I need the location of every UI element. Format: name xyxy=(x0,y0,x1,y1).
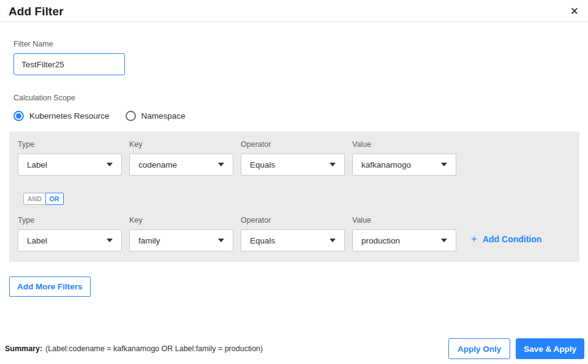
operator-column-label: Operator xyxy=(241,216,345,225)
key-select-value: codename xyxy=(138,160,177,169)
type-column-label: Type xyxy=(18,140,122,149)
key-column-label: Key xyxy=(129,216,233,225)
footer-buttons: Apply Only Save & Apply xyxy=(448,338,584,359)
radio-selected-icon xyxy=(13,111,24,121)
calculation-scope-section: Calculation Scope Kubernetes Resource Na… xyxy=(13,94,588,121)
operator-column-label: Operator xyxy=(241,140,345,149)
filter-name-input[interactable] xyxy=(13,53,125,75)
radio-unselected-icon xyxy=(126,111,136,121)
type-select[interactable]: Label xyxy=(18,154,122,176)
type-select-value: Label xyxy=(27,160,47,169)
summary: Summary:(Label:codename = kafkanamogo OR… xyxy=(5,344,263,353)
radio-namespace[interactable]: Namespace xyxy=(126,111,186,121)
add-condition-button[interactable]: + Add Condition xyxy=(471,233,541,245)
chevron-down-icon xyxy=(441,163,447,166)
dialog-footer: Summary:(Label:codename = kafkanamogo OR… xyxy=(5,338,584,359)
close-icon[interactable]: ✕ xyxy=(568,4,581,18)
operator-select[interactable]: Equals xyxy=(241,154,345,176)
chevron-down-icon xyxy=(218,163,224,166)
type-field-group: Type Label xyxy=(18,216,122,251)
type-column-label: Type xyxy=(18,216,122,225)
chevron-down-icon xyxy=(441,239,447,242)
condition-row-2: Type Label Key family Operator Equals Va… xyxy=(18,216,579,251)
calculation-scope-options: Kubernetes Resource Namespace xyxy=(13,111,588,121)
type-select[interactable]: Label xyxy=(18,229,122,251)
value-field-group: Value production xyxy=(352,216,456,251)
apply-only-button[interactable]: Apply Only xyxy=(448,338,510,359)
logic-operator-toggle: AND OR xyxy=(23,193,579,205)
value-column-label: Value xyxy=(352,140,456,149)
type-select-value: Label xyxy=(27,236,47,245)
condition-row-1: Type Label Key codename Operator Equals … xyxy=(18,140,579,176)
key-field-group: Key family xyxy=(129,216,233,251)
chevron-down-icon xyxy=(218,239,224,242)
value-field-group: Value kafkanamogo xyxy=(352,140,456,176)
summary-label: Summary: xyxy=(5,344,42,353)
plus-icon: + xyxy=(471,233,477,245)
page-title: Add Filter xyxy=(9,5,579,18)
operator-field-group: Operator Equals xyxy=(241,140,345,176)
chevron-down-icon xyxy=(330,239,336,242)
operator-select-value: Equals xyxy=(250,236,275,245)
filter-name-label: Filter Name xyxy=(13,40,588,49)
value-select-value: production xyxy=(361,236,400,245)
key-select[interactable]: codename xyxy=(129,154,233,176)
add-more-filters-button[interactable]: Add More Filters xyxy=(9,277,91,297)
key-select[interactable]: family xyxy=(129,229,233,251)
type-field-group: Type Label xyxy=(18,140,122,176)
calculation-scope-label: Calculation Scope xyxy=(13,94,588,103)
conditions-panel: Type Label Key codename Operator Equals … xyxy=(9,132,579,262)
radio-label: Kubernetes Resource xyxy=(29,111,110,121)
add-condition-label: Add Condition xyxy=(483,234,541,244)
operator-select[interactable]: Equals xyxy=(241,229,345,251)
chevron-down-icon xyxy=(330,163,336,166)
key-column-label: Key xyxy=(129,140,233,149)
key-field-group: Key codename xyxy=(129,140,233,176)
summary-text: (Label:codename = kafkanamogo OR Label:f… xyxy=(45,344,263,353)
filter-name-section: Filter Name xyxy=(13,40,588,75)
key-select-value: family xyxy=(138,236,160,245)
operator-select-value: Equals xyxy=(250,160,275,169)
value-column-label: Value xyxy=(352,216,456,225)
radio-kubernetes-resource[interactable]: Kubernetes Resource xyxy=(13,111,110,121)
value-select[interactable]: kafkanamogo xyxy=(352,154,456,176)
radio-label: Namespace xyxy=(141,111,186,121)
value-select[interactable]: production xyxy=(352,229,456,251)
dialog-header: Add Filter ✕ xyxy=(0,0,588,22)
chevron-down-icon xyxy=(107,163,113,166)
or-toggle-button[interactable]: OR xyxy=(45,193,64,205)
and-toggle-button[interactable]: AND xyxy=(23,193,46,205)
chevron-down-icon xyxy=(107,239,113,242)
value-select-value: kafkanamogo xyxy=(361,160,411,169)
operator-field-group: Operator Equals xyxy=(241,216,345,251)
save-apply-button[interactable]: Save & Apply xyxy=(516,338,584,359)
